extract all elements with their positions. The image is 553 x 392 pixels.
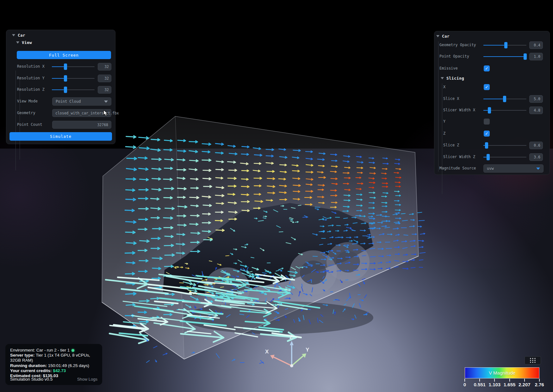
right-emissive-label: Emissive [439,66,458,70]
legend-tick [479,379,480,382]
right-point-opacity-slider-track[interactable] [483,56,526,57]
left-resolution-x-value[interactable]: 32 [98,63,111,70]
axis-label-x: X [265,349,269,355]
fullscreen-button[interactable]: Full Screen [17,51,111,59]
right-z-checkbox[interactable]: ✓ [484,131,490,137]
collapse-icon[interactable] [16,41,19,44]
grid-icon [529,358,536,363]
right-point-opacity-slider-fill [483,56,525,57]
right-magnitude-source-dropdown[interactable]: uvw [483,164,544,173]
grid-view-button[interactable] [525,356,541,364]
legend-title: V Magnitude [489,370,515,376]
right-slice-z-value[interactable]: 0.6 [529,142,543,149]
left-resolution-z-slider-handle[interactable] [64,87,67,93]
left-view-mode-selected: Point Cloud [56,99,81,104]
left-resolution-y-value[interactable]: 32 [98,75,111,82]
right-settings-panel: Car Geometry Opacity0.4Point Opacity1.0E… [434,31,550,175]
right-x-checkbox[interactable]: ✓ [484,84,490,90]
right-slice-z-slider-track[interactable] [483,145,526,146]
left-panel-header[interactable]: Car [12,33,25,38]
right-point-opacity-label: Point Opacity [439,54,469,58]
left-resolution-z-value[interactable]: 32 [98,86,111,94]
right-panel-header[interactable]: Car [436,34,450,39]
legend-tick [494,379,495,382]
left-resolution-y-label: Resolution Y [17,76,45,80]
right-point-opacity-slider-handle[interactable] [524,53,527,60]
right-slice-z-slider-handle[interactable] [485,142,488,149]
legend-tick-label: 2.76 [535,382,544,387]
left-resolution-z-slider-track[interactable] [52,89,95,90]
left-resolution-y-slider-track[interactable] [52,78,95,79]
axis-label-y: Y [306,347,309,353]
left-resolution-y-slider-handle[interactable] [64,75,67,82]
right-geometry-opacity-slider-handle[interactable] [504,42,507,48]
left-geometry-label: Geometry [17,111,35,115]
left-resolution-z-slider-fill [52,89,65,90]
right-slicing-title: Slicing [446,76,464,81]
right-slicer-width-z-label: Slicer Width Z [443,155,475,159]
right-slice-x-slider-fill [483,99,505,99]
left-point-count-text: 32768 [97,123,108,127]
legend-tick-label: 2.207 [519,382,531,387]
show-logs-link[interactable]: Show Logs [77,377,97,382]
right-slice-x-slider-track[interactable] [483,99,526,99]
legend-tick [524,379,525,382]
legend-tick-label: 1.655 [504,382,516,387]
right-slicer-width-z-value[interactable]: 3.6 [529,153,543,161]
legend-tick [464,379,465,382]
right-slicer-width-x-slider-track[interactable] [483,110,526,111]
collapse-icon[interactable] [12,34,15,36]
legend-tick [539,379,540,382]
chevron-down-icon [104,101,108,103]
right-slice-x-value[interactable]: 5.0 [529,95,543,103]
magnitude-legend: V Magnitude 00.5511.1031.6552.2072.76 [465,367,539,378]
right-geometry-opacity-label: Geometry Opacity [439,43,476,47]
right-geometry-opacity-slider-track[interactable] [483,45,526,46]
right-slicer-width-z-slider-track[interactable] [483,157,526,157]
environment-line: Environment: Car - run 2 - tier 1 [10,348,97,353]
right-slice-x-label: Slice X [443,96,459,101]
left-resolution-x-slider-handle[interactable] [64,64,67,70]
left-point-count-field[interactable]: 32768 [52,121,111,129]
app-version: Simulation Studio v0.5 [10,377,53,382]
right-slicer-width-z-slider-handle[interactable] [487,154,490,160]
server-line: Server type: Tier 1 (1x T4 GPU, 8 vCPUs,… [10,353,97,363]
chevron-down-icon [536,168,540,170]
left-geometry-text: closed_with_car_intersect.fbx [55,111,119,115]
right-slicer-width-x-slider-handle[interactable] [488,107,491,113]
right-y-checkbox[interactable] [484,119,490,125]
right-panel-title: Car [442,34,450,39]
right-geometry-opacity-value[interactable]: 0.4 [529,41,543,49]
left-settings-panel: Car View Full Screen Resolution X32Resol… [6,30,115,144]
collapse-icon[interactable] [441,77,444,79]
right-y-label: Y [443,119,445,124]
right-slicer-width-x-label: Slicer Width X [443,108,475,112]
left-point-count-label: Point Count [17,122,42,127]
right-point-opacity-value[interactable]: 1.0 [529,53,543,60]
glow-purple-left [0,126,101,269]
view-section-header[interactable]: View [16,40,32,45]
right-slicing-header[interactable]: Slicing [441,76,464,81]
left-resolution-x-slider-track[interactable] [52,66,95,67]
credits-value: $42.73 [53,368,66,373]
right-x-label: X [443,85,445,89]
mouse-cursor [103,110,109,116]
check-icon: ✓ [485,132,488,136]
left-resolution-x-label: Resolution X [17,64,45,69]
legend-gradient-bar: V Magnitude [465,367,539,378]
right-slicer-width-x-value[interactable]: 4.8 [529,107,543,114]
left-panel-title: Car [18,33,25,38]
left-view-mode-label: View Mode [17,99,38,103]
credits-line: Your current credits: $42.73 [10,368,97,373]
environment-status-box: Environment: Car - run 2 - tier 1 Server… [5,344,102,385]
legend-tick-label: 0 [463,382,466,387]
left-geometry-field[interactable]: closed_with_car_intersect.fbx [52,109,111,117]
view-section-title: View [22,40,32,45]
left-view-mode-dropdown[interactable]: Point Cloud [52,97,111,106]
collapse-icon[interactable] [436,35,439,37]
right-z-label: Z [443,131,445,136]
right-emissive-checkbox[interactable]: ✓ [484,65,490,71]
simulate-button[interactable]: Simulate [9,132,112,141]
legend-tick [509,379,510,382]
right-slice-x-slider-handle[interactable] [503,96,506,102]
